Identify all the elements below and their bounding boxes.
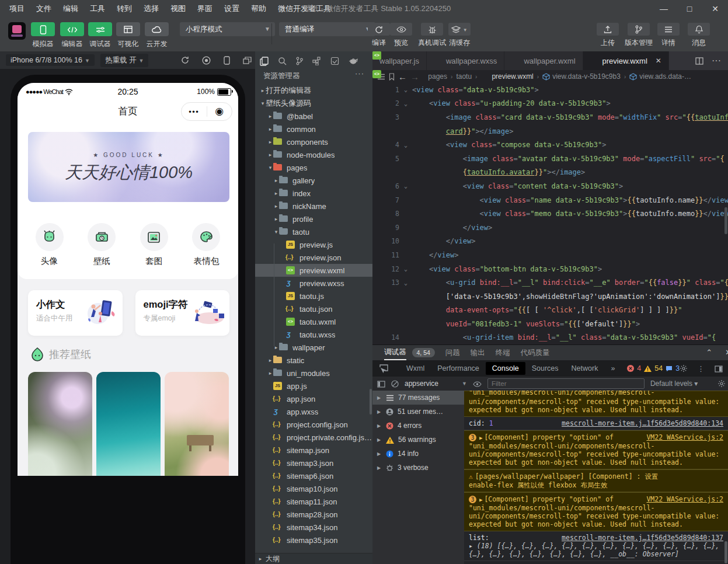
- menu-item-选择[interactable]: 选择: [138, 0, 165, 18]
- expand-icon[interactable]: ▶: [479, 435, 482, 441]
- code-line[interactable]: 5 <image class="avatar data-v-5b19c9b3" …: [372, 152, 728, 166]
- device-select[interactable]: iPhone 6/7/8 100% 16▼: [6, 54, 95, 66]
- tree-item-node-modules[interactable]: ▸node-modules: [255, 148, 372, 161]
- nav-button-模拟器[interactable]: 模拟器: [31, 22, 55, 49]
- collapse-panel-icon[interactable]: ⌃: [706, 345, 712, 360]
- tree-item-app.wxss[interactable]: ʒapp.wxss: [255, 405, 372, 418]
- device-frame-icon[interactable]: [224, 55, 230, 64]
- editor-tab-preview.wxml[interactable]: <>preview.wxml✕: [583, 51, 669, 70]
- console-filter-3 verbose[interactable]: ▶3 verbose: [372, 461, 464, 475]
- explorer-scrollbar[interactable]: [370, 389, 372, 415]
- code-line[interactable]: 14 <u-grid-item bind:__l="__l" class="da…: [372, 331, 728, 344]
- fold-icon[interactable]: ⌄: [399, 142, 412, 148]
- nav-button-可视化[interactable]: 可视化: [116, 22, 140, 49]
- tree-item-sitemap35.json[interactable]: {..}sitemap35.json: [255, 534, 372, 546]
- more-actions-icon[interactable]: ···: [712, 55, 721, 66]
- console-filter-4 errors[interactable]: ▶4 errors: [372, 419, 464, 433]
- breadcrumb-item[interactable]: <>preview.wxml: [480, 72, 533, 81]
- devtools-tab-Console[interactable]: Console: [486, 362, 525, 375]
- code-area[interactable]: 1⌄<view class="data-v-5b19c9b3">2⌄ <view…: [372, 83, 728, 344]
- breadcrumb-item[interactable]: taotu: [456, 72, 472, 81]
- tree-item-index[interactable]: ▸index: [255, 187, 372, 200]
- close-button[interactable]: ✕: [702, 0, 728, 18]
- tree-item-taotu.js[interactable]: JStaotu.js: [255, 290, 372, 302]
- action-button-详情[interactable]: 详情: [657, 23, 680, 48]
- promo-card-2[interactable]: emoji字符专属emoji: [135, 290, 230, 336]
- menu-item-编辑[interactable]: 编辑: [57, 0, 84, 18]
- code-line[interactable]: 9 </view>: [372, 221, 728, 235]
- code-line[interactable]: 11 </view>: [372, 248, 728, 262]
- inspect-element-icon[interactable]: [379, 364, 388, 372]
- expand-icon[interactable]: ▶: [479, 497, 482, 503]
- context-select[interactable]: appservice▼: [405, 380, 467, 388]
- code-line[interactable]: ['data-v-5b19c9b3',showHideBtnFlag?'upAn…: [372, 290, 728, 304]
- console-filter-56 warnings[interactable]: ▶56 warnings: [372, 433, 464, 447]
- clear-console-icon[interactable]: [391, 380, 399, 388]
- console-filter-77 messages[interactable]: ▶77 messages: [372, 391, 464, 405]
- code-line[interactable]: 12⌄ <view class="bottom-btn data-v-5b19c…: [372, 262, 728, 276]
- code-line[interactable]: {taotuInfo.avatar}}"></image>: [372, 166, 728, 180]
- extensions-icon[interactable]: [312, 55, 321, 66]
- promo-card-1[interactable]: 小作文适合中午用: [28, 290, 123, 336]
- nav-button-云开发[interactable]: 云开发: [145, 22, 169, 49]
- feature-头像[interactable]: 头像: [29, 223, 70, 267]
- fold-icon[interactable]: ⌄: [399, 100, 412, 107]
- code-line[interactable]: 7 <view class="name data-v-5b19c9b3">{{t…: [372, 193, 728, 207]
- tree-item-sitemap28.json[interactable]: {..}sitemap28.json: [255, 508, 372, 521]
- action-button-消息[interactable]: 消息: [688, 23, 710, 48]
- tab-close-icon[interactable]: ✕: [656, 57, 661, 65]
- code-line[interactable]: data-event-opts="{{[ [ '^click',[ ['clic…: [372, 304, 728, 318]
- tree-item-preview.wxml[interactable]: <>preview.wxml: [255, 264, 372, 277]
- tree-item-project.private.config.js…[interactable]: {..}project.private.config.js…: [255, 431, 372, 444]
- fold-icon[interactable]: ⌄: [399, 280, 412, 286]
- tree-item-uni_modules[interactable]: ▸uni_modules: [255, 367, 372, 380]
- tree-item-app.js[interactable]: JSapp.js: [255, 380, 372, 392]
- error-count[interactable]: 4: [637, 364, 641, 372]
- editor-tab-wallpaper.wxss[interactable]: ʒwallpaper.wxss: [427, 51, 504, 70]
- mode-select[interactable]: 小程序模式▼: [180, 22, 275, 36]
- tree-item-sitemap3.json[interactable]: {..}sitemap3.json: [255, 457, 372, 469]
- code-line[interactable]: card}}"></image>: [372, 124, 728, 138]
- minimize-button[interactable]: —: [651, 0, 677, 18]
- tree-item-sitemap6.json[interactable]: {..}sitemap6.json: [255, 469, 372, 482]
- menu-item-工具[interactable]: 工具: [84, 0, 111, 18]
- warning-count[interactable]: 54: [654, 364, 663, 372]
- tree-item-pages[interactable]: ▾pages: [255, 161, 372, 174]
- message-count[interactable]: 3: [675, 364, 680, 372]
- maximize-button[interactable]: □: [677, 0, 702, 18]
- feature-套图[interactable]: 套图: [134, 223, 175, 267]
- menu-item-界面[interactable]: 界面: [191, 0, 218, 18]
- tree-item-sitemap.json[interactable]: {..}sitemap.json: [255, 444, 372, 457]
- expand-icon[interactable]: ▸: [469, 542, 477, 550]
- console-filter-51 user mes…[interactable]: ▶51 user mes…: [372, 405, 464, 419]
- forward-icon[interactable]: →: [410, 72, 419, 82]
- breadcrumb-item[interactable]: view.data-v-5b19c9b3: [542, 72, 621, 81]
- tree-item-@babel[interactable]: ▸@babel: [255, 110, 372, 123]
- code-line[interactable]: 4⌄ <view class="compose data-v-5b19c9b3"…: [372, 138, 728, 152]
- tree-item-taotu.json[interactable]: {..}taotu.json: [255, 302, 372, 315]
- source-control-icon[interactable]: [296, 55, 303, 66]
- fold-icon[interactable]: ⌄: [399, 183, 412, 189]
- nav-button-调试器[interactable]: 调试器: [88, 22, 112, 49]
- console-log-row[interactable]: mescroll-more-item.j…1f56d3e5d89d840:137…: [464, 531, 728, 561]
- stop-icon[interactable]: [202, 55, 211, 64]
- editor-scrollbar[interactable]: [724, 207, 727, 234]
- debugger-tab-问题[interactable]: 问题: [445, 346, 460, 360]
- banner-image[interactable]: ★ GOOD LUCK ★ 天天好心情100%: [28, 132, 229, 202]
- menu-item-视图[interactable]: 视图: [165, 0, 191, 18]
- breadcrumb[interactable]: ←→ pages›taotu›<>preview.wxml›view.data-…: [372, 70, 728, 83]
- code-line[interactable]: 2⌄ <view class="u-padding-20 data-v-5b19…: [372, 97, 728, 111]
- tree-item-components[interactable]: ▸components: [255, 135, 372, 148]
- debugger-tab-代码质量[interactable]: 代码质量: [521, 346, 550, 360]
- action-button-编译[interactable]: 编译: [368, 23, 390, 48]
- restart-icon[interactable]: [181, 56, 189, 65]
- close-panel-icon[interactable]: ✕: [725, 345, 728, 360]
- tree-item-壁纸头像源码[interactable]: ▾壁纸头像源码: [255, 97, 372, 110]
- multi-window-icon[interactable]: [243, 56, 252, 64]
- devtools-tab-Performance[interactable]: Performance: [431, 362, 486, 375]
- split-editor-icon[interactable]: [695, 55, 703, 66]
- devtools-more-icon[interactable]: ⋮: [697, 364, 705, 373]
- explorer-more-icon[interactable]: ···: [355, 69, 364, 78]
- teapot-icon[interactable]: [349, 55, 358, 66]
- console-log-row[interactable]: mescroll-more-item.j…1f56d3e5d89d840:134…: [464, 417, 728, 430]
